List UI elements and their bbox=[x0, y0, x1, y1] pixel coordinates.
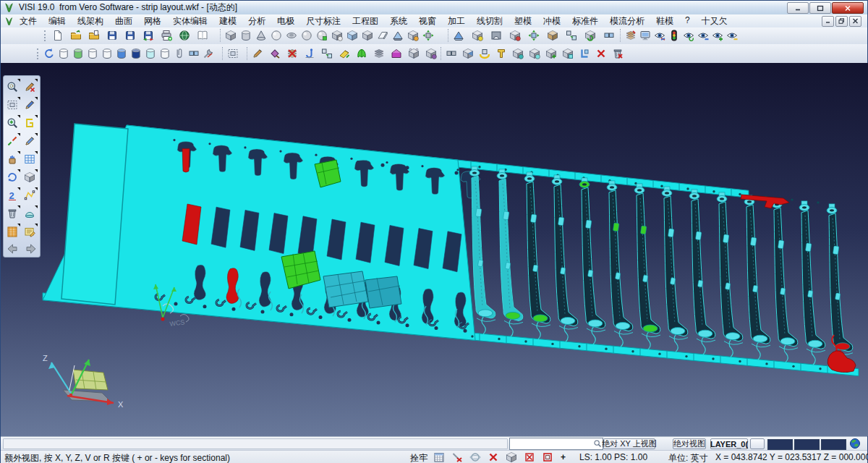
delete-trash-icon[interactable] bbox=[4, 205, 20, 221]
menu-文件[interactable]: 文件 bbox=[14, 14, 43, 28]
select-box-icon[interactable] bbox=[226, 47, 239, 60]
box-yellow-icon[interactable] bbox=[471, 29, 484, 42]
eye-tools-icon[interactable] bbox=[653, 29, 666, 42]
eye-show-icon[interactable] bbox=[711, 29, 724, 42]
save-copy-icon[interactable] bbox=[124, 29, 137, 42]
box-delete-icon[interactable] bbox=[524, 451, 535, 463]
dimension-2-icon[interactable]: 2 bbox=[4, 187, 20, 203]
menu-分析[interactable]: 分析 bbox=[242, 14, 271, 28]
block-blue-icon[interactable] bbox=[346, 29, 359, 42]
stamp-delete-icon[interactable] bbox=[286, 47, 299, 60]
layer-3-icon[interactable] bbox=[101, 47, 114, 60]
menu-曲面[interactable]: 曲面 bbox=[109, 14, 138, 28]
view-window-icon[interactable] bbox=[639, 29, 652, 42]
solid-mode-icon[interactable] bbox=[506, 451, 517, 463]
zoom-options-icon[interactable] bbox=[4, 79, 20, 95]
solid-cone-icon[interactable] bbox=[255, 29, 268, 42]
regen-icon[interactable] bbox=[43, 47, 56, 60]
box-red-icon[interactable] bbox=[509, 29, 522, 42]
layer-blue-icon[interactable] bbox=[115, 47, 128, 60]
rotate-view-icon[interactable] bbox=[4, 169, 20, 185]
sphere-block-icon[interactable] bbox=[315, 29, 328, 42]
layer-cyan-icon[interactable] bbox=[144, 47, 157, 60]
forward-arrow-icon[interactable] bbox=[24, 243, 38, 255]
cube-add-icon[interactable] bbox=[545, 47, 558, 60]
close-button[interactable] bbox=[832, 2, 864, 14]
eye-refresh-icon[interactable] bbox=[682, 29, 695, 42]
plus-toggle[interactable]: + bbox=[561, 452, 566, 462]
view-cube-icon[interactable] bbox=[22, 169, 38, 185]
punch-diamond-icon[interactable] bbox=[268, 47, 281, 60]
sheet-face-icon[interactable] bbox=[376, 29, 389, 42]
window-block-icon[interactable] bbox=[320, 47, 333, 60]
wedge-icon[interactable] bbox=[391, 29, 404, 42]
menu-标准件[interactable]: 标准件 bbox=[566, 14, 604, 28]
erase-sketch-icon[interactable] bbox=[22, 79, 38, 95]
shell-dome-icon[interactable] bbox=[22, 205, 38, 221]
grid-snap-icon[interactable] bbox=[433, 451, 445, 463]
menu-网格[interactable]: 网格 bbox=[138, 14, 167, 28]
menu-系统[interactable]: 系统 bbox=[384, 14, 413, 28]
orbit-snap-icon[interactable] bbox=[469, 451, 481, 463]
menu-塑模[interactable]: 塑模 bbox=[509, 14, 537, 28]
mdi-minimize-button[interactable] bbox=[822, 16, 834, 27]
maximize-button[interactable] bbox=[809, 2, 831, 14]
solid-sphere-icon[interactable] bbox=[270, 29, 283, 42]
menu-线切割[interactable]: 线切割 bbox=[471, 14, 509, 28]
purge-icon[interactable] bbox=[611, 47, 624, 60]
menu-视窗[interactable]: 视窗 bbox=[413, 14, 442, 28]
layer-4-icon[interactable] bbox=[158, 47, 171, 60]
cube-teal-2-icon[interactable] bbox=[528, 47, 541, 60]
grid-window-icon[interactable] bbox=[22, 151, 38, 167]
die-block-icon[interactable] bbox=[624, 29, 637, 42]
shell-part-icon[interactable] bbox=[355, 47, 368, 60]
arch-feature-icon[interactable] bbox=[490, 29, 503, 42]
cube-ball-icon[interactable] bbox=[331, 29, 344, 42]
link-solids-icon[interactable] bbox=[565, 29, 578, 42]
menu-实体编辑[interactable]: 实体编辑 bbox=[167, 14, 213, 28]
cube-corner-icon[interactable] bbox=[461, 47, 475, 60]
menu-工程图[interactable]: 工程图 bbox=[346, 14, 384, 28]
snap-off-icon[interactable] bbox=[451, 451, 463, 463]
save-icon[interactable] bbox=[106, 29, 119, 42]
delete-icon[interactable] bbox=[595, 47, 608, 60]
small-blocks-icon[interactable] bbox=[603, 29, 616, 42]
search-input[interactable] bbox=[511, 438, 592, 449]
section-chair-icon[interactable] bbox=[578, 47, 591, 60]
layer-button[interactable]: LAYER_0( bbox=[710, 438, 748, 449]
menu-尺寸标注[interactable]: 尺寸标注 bbox=[300, 14, 346, 28]
menu-编辑[interactable]: 编辑 bbox=[43, 14, 72, 28]
search-icon[interactable] bbox=[593, 439, 602, 449]
die-house-icon[interactable] bbox=[390, 47, 403, 60]
view-xy-button[interactable]: 绝对 XY 上视图 bbox=[603, 438, 655, 449]
swirl-solid-icon[interactable] bbox=[584, 29, 597, 42]
bend-wedge-icon[interactable] bbox=[338, 47, 351, 60]
sketch-curve-icon[interactable] bbox=[22, 97, 38, 113]
globe-icon[interactable] bbox=[849, 438, 861, 451]
block-pair-icon[interactable] bbox=[187, 47, 200, 60]
window-select-icon[interactable] bbox=[4, 97, 20, 113]
clamp-icon[interactable] bbox=[495, 47, 508, 60]
strip-pencil-icon[interactable] bbox=[251, 47, 264, 60]
toolbar-grip[interactable] bbox=[37, 48, 41, 59]
solid-torus-icon[interactable] bbox=[285, 29, 298, 42]
cube-pair-icon[interactable] bbox=[561, 47, 574, 60]
solid-cylinder-icon[interactable] bbox=[239, 29, 252, 42]
notes-icon[interactable] bbox=[22, 224, 38, 239]
box-orange-icon[interactable] bbox=[407, 29, 420, 42]
menu-鞋模[interactable]: 鞋模 bbox=[650, 14, 679, 28]
layer-2-icon[interactable] bbox=[86, 47, 99, 60]
new-file-icon[interactable] bbox=[51, 29, 64, 42]
toolbar-grip[interactable] bbox=[44, 30, 48, 41]
print-icon[interactable] bbox=[160, 29, 173, 42]
color-swatch[interactable] bbox=[794, 439, 820, 450]
attach-clip-icon[interactable] bbox=[173, 47, 186, 60]
solid-ball-icon[interactable] bbox=[300, 29, 313, 42]
menu-冲模[interactable]: 冲模 bbox=[537, 14, 566, 28]
mesh-surface-icon[interactable] bbox=[4, 224, 20, 239]
brush-cup-icon[interactable] bbox=[4, 151, 20, 167]
blank-button[interactable] bbox=[750, 438, 765, 449]
box-outline-icon[interactable] bbox=[542, 451, 553, 463]
menu-十又欠[interactable]: 十又欠 bbox=[696, 14, 733, 28]
color-swatch[interactable] bbox=[821, 439, 846, 450]
